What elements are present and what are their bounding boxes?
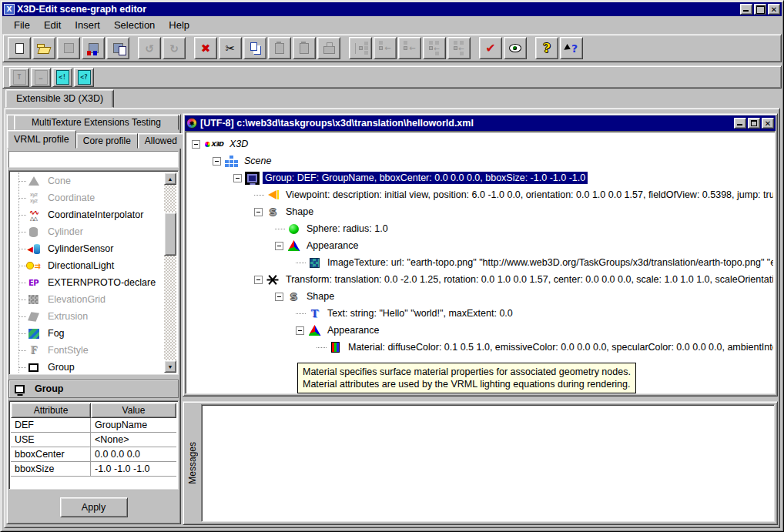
node-item-directionallight[interactable]: DirectionalLight (11, 257, 176, 274)
collapse-expander-icon[interactable] (275, 242, 283, 250)
tab-multitexture-extensions[interactable]: MultiTexture Extensions Testing (14, 115, 179, 130)
node-item-label: Cone (48, 176, 71, 186)
doctype-scroll-icon: <! (56, 70, 69, 85)
tree-node-transform[interactable]: Transform: translation: 0.0 -2.0 1.25, r… (187, 271, 773, 288)
tree-node-imagetexture[interactable]: ImageTexture: url: "earth-topo.png" "htt… (187, 254, 773, 271)
node-item-fog[interactable]: Fog (11, 325, 176, 342)
mdi-close-button[interactable] (762, 118, 774, 129)
column-header-value[interactable]: Value (91, 403, 176, 418)
scrollbar-thumb[interactable] (164, 212, 176, 256)
coordinate-icon (26, 192, 41, 205)
paste-briefcase-button[interactable] (317, 37, 340, 59)
save-copy-button[interactable] (106, 37, 129, 59)
attribute-row[interactable]: DEFGroupName (11, 418, 176, 433)
menu-help[interactable]: Help (162, 18, 196, 32)
scroll-up-icon[interactable]: ▲ (164, 172, 176, 185)
tree-node-text[interactable]: Text: string: "Hello" "world!", maxExten… (187, 305, 773, 322)
attribute-value-cell[interactable]: -1.0 -1.0 -1.0 (91, 462, 176, 477)
node-item-group[interactable]: Group (11, 359, 176, 373)
collapse-expander-icon[interactable] (275, 293, 283, 301)
tree-node-appearance[interactable]: Appearance (187, 237, 773, 254)
node-item-coordinate[interactable]: Coordinate (11, 189, 176, 206)
collapse-expander-icon[interactable] (254, 276, 263, 284)
node-item-cylindersensor[interactable]: CylinderSensor (11, 240, 176, 257)
tree-node-viewpoint[interactable]: Viewpoint: description: initial view, po… (187, 186, 773, 203)
collapse-expander-icon[interactable] (233, 174, 242, 182)
attribute-value-cell[interactable]: <None> (91, 433, 176, 447)
attribute-value-cell[interactable]: GroupName (91, 418, 176, 433)
help-button[interactable] (535, 37, 558, 59)
save-as-button[interactable] (82, 37, 105, 59)
minimize-button[interactable] (740, 4, 752, 15)
messages-output[interactable] (201, 404, 775, 522)
profile-tab-core[interactable]: Core profile (76, 133, 138, 149)
context-help-button[interactable] (560, 37, 583, 59)
collapse-expander-icon[interactable] (192, 140, 200, 149)
scroll-down-icon[interactable]: ▼ (164, 360, 176, 373)
collapse-expander-icon[interactable] (254, 208, 263, 216)
cylinder-icon (26, 226, 41, 239)
attribute-row[interactable]: bboxCenter0.0 0.0 0.0 (11, 447, 176, 462)
tree-node-material[interactable]: Material: diffuseColor: 0.1 0.5 1.0, emi… (187, 339, 773, 356)
menu-edit[interactable]: Edit (37, 18, 68, 32)
node-item-fontstyle[interactable]: FontStyle (11, 342, 176, 359)
menu-insert[interactable]: Insert (68, 18, 107, 32)
add-child-node-button[interactable] (423, 37, 446, 59)
save-button[interactable] (57, 37, 80, 59)
preview-button[interactable] (504, 37, 527, 59)
close-button[interactable] (768, 4, 780, 15)
tree-node-appearance[interactable]: Appearance (187, 322, 773, 339)
pi-node-button[interactable]: <? (74, 68, 94, 87)
node-item-elevationgrid[interactable]: ElevationGrid (11, 291, 176, 308)
redo-button[interactable] (162, 37, 186, 59)
delete-button[interactable] (194, 37, 217, 59)
profile-tab-allowed[interactable]: Allowed (138, 133, 184, 149)
mdi-minimize-button[interactable] (734, 118, 746, 129)
node-item-externproto[interactable]: EXTERNPROTO-declare (11, 274, 176, 291)
menu-selection[interactable]: Selection (107, 18, 162, 32)
tree-node-shape[interactable]: Shape (187, 203, 773, 220)
attribute-value-cell[interactable]: 0.0 0.0 0.0 (91, 447, 176, 462)
tab-extensible-3d[interactable]: Extensible 3D (X3D) (5, 89, 114, 108)
maximize-button[interactable] (754, 4, 766, 15)
text-node-button[interactable]: T (9, 68, 29, 87)
attribute-row[interactable]: bboxSize-1.0 -1.0 -1.0 (11, 462, 176, 477)
cut-button[interactable] (219, 37, 242, 59)
column-header-attribute[interactable]: Attribute (11, 403, 91, 418)
collapse-expander-icon[interactable] (213, 157, 221, 166)
node-item-extrusion[interactable]: Extrusion (11, 308, 176, 325)
paste-button[interactable] (268, 37, 291, 59)
add-sibling-node-button[interactable] (447, 37, 471, 59)
doctype-node-button[interactable]: <! (52, 68, 72, 87)
apply-button[interactable]: Apply (60, 497, 128, 517)
node-item-coordinateinterpolator[interactable]: CoordinateInterpolator (11, 206, 176, 223)
font-style-icon (26, 344, 41, 357)
expand-tree-button[interactable] (349, 37, 372, 59)
demote-node-button[interactable] (398, 37, 421, 59)
profile-tab-vrml[interactable]: VRML profile (7, 130, 76, 149)
tree-node-scene[interactable]: Scene (187, 152, 773, 169)
undo-button[interactable] (138, 37, 161, 59)
comment-node-button[interactable]: … (31, 68, 51, 87)
node-list-scrollbar[interactable]: ▲ ▼ (164, 172, 176, 373)
paste-special-button[interactable] (293, 37, 316, 59)
new-button[interactable] (8, 37, 31, 59)
node-filter-input[interactable] (9, 152, 178, 167)
tree-node-shape[interactable]: Shape (187, 288, 773, 305)
messages-tab[interactable]: Messages (185, 403, 200, 523)
menu-file[interactable]: File (7, 18, 37, 32)
collapse-expander-icon[interactable] (296, 326, 304, 335)
tree-node-group[interactable]: Group: DEF: GroupName, bboxCenter: 0.0 0… (187, 169, 773, 186)
open-button[interactable] (32, 37, 55, 59)
tree-node-sphere[interactable]: Sphere: radius: 1.0 (187, 220, 773, 237)
node-item-cone[interactable]: Cone (11, 172, 176, 189)
tree-viewport: X3DSceneGroup: DEF: GroupName, bboxCente… (185, 131, 776, 394)
copy-button[interactable] (243, 37, 266, 59)
mdi-restore-button[interactable] (748, 118, 760, 129)
attribute-row[interactable]: USE<None> (11, 433, 176, 447)
tree-node-x3d[interactable]: X3D (187, 136, 773, 152)
node-item-cylinder[interactable]: Cylinder (11, 223, 176, 240)
validate-button[interactable] (479, 37, 502, 59)
node-list: ConeCoordinateCoordinateInterpolatorCyli… (8, 170, 179, 375)
promote-node-button[interactable] (374, 37, 397, 59)
